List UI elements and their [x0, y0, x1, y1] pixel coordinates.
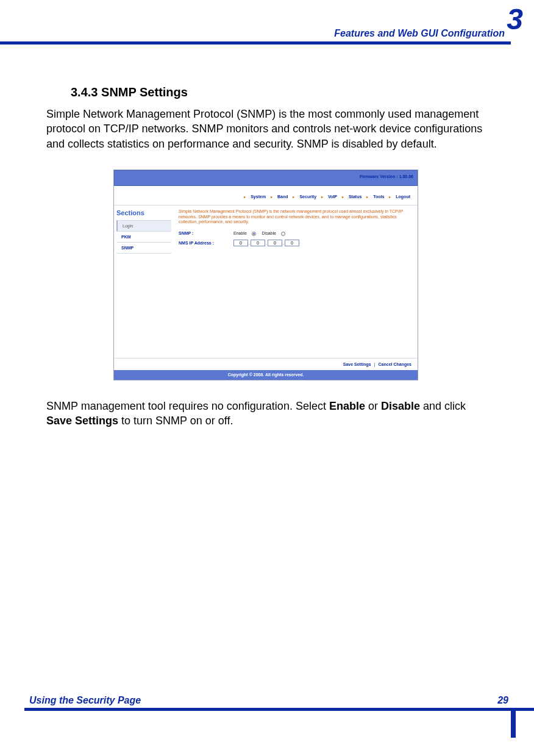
paragraph-intro: Simple Network Management Protocol (SNMP…	[46, 107, 485, 151]
embedded-screenshot: Firmware Version : 1.00.06 ▸ System ▸ Ba…	[113, 169, 418, 380]
nms-ip-label: NMS IP Address :	[179, 241, 233, 245]
sidebar-title: Sections	[116, 209, 171, 216]
sidebar-item-snmp[interactable]: SNMP	[116, 242, 171, 254]
header-rule	[0, 41, 511, 45]
caret-icon: ▸	[321, 195, 323, 199]
content-description: Simple Network Management Protocol (SNMP…	[179, 209, 413, 225]
ip-octet-4[interactable]: 0	[285, 240, 299, 246]
firmware-bar: Firmware Version : 1.00.06	[114, 170, 418, 186]
caret-icon: ▸	[293, 195, 294, 199]
top-nav: ▸ System ▸ Band ▸ Security ▸ VoIP ▸ Stat…	[114, 186, 418, 205]
footer-rule	[24, 708, 534, 711]
nav-security[interactable]: Security	[299, 194, 316, 199]
nav-band[interactable]: Band	[277, 194, 288, 199]
footer-accent-bar	[511, 711, 516, 738]
content-panel: Simple Network Management Protocol (SNMP…	[174, 205, 418, 358]
nav-status[interactable]: Status	[349, 194, 361, 199]
nav-system[interactable]: System	[251, 194, 266, 199]
separator: |	[374, 362, 376, 366]
firmware-version: Firmware Version : 1.00.06	[360, 174, 413, 179]
cancel-changes-button[interactable]: Cancel Changes	[379, 362, 411, 366]
header-title: Features and Web GUI Configuration	[334, 28, 505, 39]
caret-icon: ▸	[244, 195, 246, 199]
nav-voip[interactable]: VoIP	[328, 194, 337, 199]
footer-title: Using the Security Page	[29, 695, 141, 706]
ip-octet-1[interactable]: 0	[233, 240, 248, 246]
ip-octet-3[interactable]: 0	[268, 240, 282, 246]
caret-icon: ▸	[389, 195, 391, 199]
copyright-footer: Copyright © 2008. All rights reserved.	[114, 370, 418, 380]
caret-icon: ▸	[342, 195, 344, 199]
nav-logout[interactable]: Logout	[396, 194, 410, 199]
nav-tools[interactable]: Tools	[373, 194, 384, 199]
section-heading: 3.4.3 SNMP Settings	[71, 85, 485, 99]
sidebar-item-login[interactable]: Login	[116, 220, 171, 231]
sidebar: Sections Login PKM SNMP	[114, 205, 174, 358]
save-settings-button[interactable]: Save Settings	[343, 362, 371, 366]
snmp-label: SNMP :	[179, 231, 233, 235]
action-bar: Save Settings | Cancel Changes	[114, 358, 418, 370]
enable-label: Enable	[233, 231, 247, 235]
disable-label: Disable	[262, 231, 276, 235]
radio-enable[interactable]	[252, 232, 256, 236]
sidebar-item-pkm[interactable]: PKM	[116, 231, 171, 242]
caret-icon: ▸	[366, 195, 368, 199]
caret-icon: ▸	[271, 195, 272, 199]
page-number: 29	[497, 695, 508, 706]
radio-disable[interactable]	[281, 232, 285, 236]
ip-octet-2[interactable]: 0	[251, 240, 265, 246]
paragraph-instructions: SNMP management tool requires no configu…	[46, 399, 485, 429]
chapter-number: 3	[507, 5, 523, 34]
